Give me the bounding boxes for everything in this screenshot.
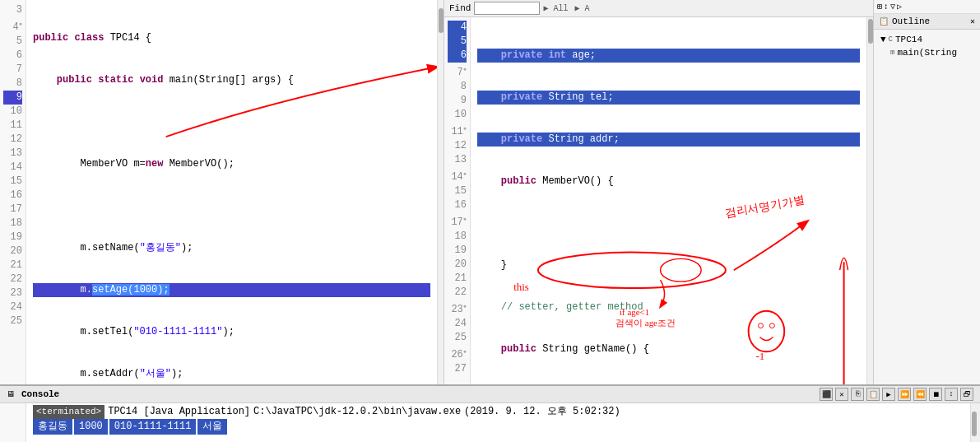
console-btn-7[interactable]: ⏪ <box>913 388 927 401</box>
line-num-r26: 26● <box>448 345 467 362</box>
rcode-line-10: // setter, getter method <box>477 300 860 314</box>
svg-point-6 <box>769 323 774 328</box>
line-num-r23: 23● <box>448 300 467 317</box>
line-num-r11: 11● <box>448 122 467 139</box>
line-num-r24: 24 <box>448 317 467 331</box>
line-num: 22 <box>3 272 22 286</box>
line-num-r10: 10 <box>448 108 467 122</box>
outline-toolbar: ⊞ ↕ ▽ ▷ <box>874 0 980 14</box>
line-num-r21: 21 <box>448 272 467 286</box>
left-scroll-thumb[interactable] <box>439 8 444 33</box>
right-line-numbers: 4 5 6 7● 8 9 10 11● 12 13 14● 15 16 17● … <box>444 17 471 384</box>
line-num: 9 <box>3 91 22 105</box>
line-num-r14: 14● <box>448 167 467 184</box>
code-line-7 <box>33 199 430 213</box>
console-area: 🖥 Console ⬛ ✕ ⎘ 📋 ▶ ⏩ ⏪ ⏹ ↕ 🗗 <box>0 384 980 442</box>
outline-method-label: main(String <box>897 48 957 58</box>
right-scrollbar[interactable] <box>866 17 873 384</box>
line-num: 15 <box>3 174 22 188</box>
left-code-area: 3 4● 5 6 7 8 9 10 11 12 13 14 15 16 17 1… <box>0 0 444 384</box>
find-all-button[interactable]: ▶ All <box>543 3 568 13</box>
console-scrollbar[interactable] <box>970 403 980 442</box>
code-line-9: m.setAge(1000); <box>33 283 430 297</box>
console-scroll-thumb[interactable] <box>972 412 977 436</box>
console-btn-9[interactable]: ↕ <box>945 388 958 401</box>
console-btn-6[interactable]: ⏩ <box>898 388 911 401</box>
console-btn-10[interactable]: 🗗 <box>960 388 973 401</box>
outline-icon: 📋 <box>879 16 889 26</box>
line-num: 17 <box>3 202 22 216</box>
rcode-line-4: private int age; <box>477 49 860 63</box>
rcode-line-5: private String tel; <box>477 91 860 105</box>
line-num-r19: 19 <box>448 244 467 258</box>
outline-item-main[interactable]: m main(String <box>877 46 977 59</box>
console-btn-2[interactable]: ✕ <box>835 388 848 401</box>
line-num: 13 <box>3 147 22 161</box>
line-num: 3 <box>3 3 22 17</box>
line-num-r6: 6 <box>448 49 467 63</box>
line-num: 5 <box>3 35 22 49</box>
outline-toolbar-icon3[interactable]: ▽ <box>890 2 895 12</box>
rcode-line-7: public MemberVO() { <box>477 174 860 188</box>
line-num-r27: 27 <box>448 362 467 376</box>
outline-class-icon: C <box>889 35 893 44</box>
line-num: 24 <box>3 300 22 314</box>
line-num-r20: 20 <box>448 258 467 272</box>
console-output-col1: 홍길동 <box>33 419 72 435</box>
code-line-11: m.setAddr("서울"); <box>33 367 430 381</box>
rcode-line-6: private String addr; <box>477 133 860 147</box>
outline-method-icon: m <box>890 49 894 57</box>
console-tab-label[interactable]: Console <box>21 389 59 399</box>
line-num: 8 <box>3 77 22 91</box>
console-text: <terminated> TPC14 [Java Application] C:… <box>26 403 970 442</box>
console-jdk-path: C:\JavaTPC\jdk-12.0.2\bin\javaw.exe <box>253 405 461 419</box>
outline-close-icon[interactable]: ✕ <box>970 16 975 26</box>
line-num: 20 <box>3 244 22 258</box>
line-num-r16: 16 <box>448 198 467 212</box>
rcode-line-8 <box>477 216 860 230</box>
outline-content: ▼ C TPC14 m main(String <box>874 30 980 384</box>
find-input[interactable] <box>474 2 540 15</box>
code-line-6: MemberVO m=new MemberVO(); <box>33 157 430 171</box>
outline-item-tpc14[interactable]: ▼ C TPC14 <box>877 33 977 46</box>
rcode-line-11: public String getName() { <box>477 342 860 356</box>
line-num: 16 <box>3 188 22 202</box>
outline-toolbar-icon4[interactable]: ▷ <box>897 2 902 12</box>
line-num: 14 <box>3 161 22 174</box>
find-a-button[interactable]: ▶ A <box>574 3 589 13</box>
console-btn-1[interactable]: ⬛ <box>820 388 833 401</box>
outline-panel: ⊞ ↕ ▽ ▷ 📋 Outline ✕ ▼ C TPC14 m main(Str… <box>873 0 980 384</box>
outline-toolbar-icon1[interactable]: ⊞ <box>877 2 882 12</box>
line-num: 19 <box>3 230 22 244</box>
left-code-content[interactable]: public class TPC14 { public static void … <box>26 0 437 384</box>
console-app-name: TPC14 [Java Application] <box>108 405 250 419</box>
editor-left-pane: 3 4● 5 6 7 8 9 10 11 12 13 14 15 16 17 1… <box>0 0 444 384</box>
console-content: <terminated> TPC14 [Java Application] C:… <box>0 403 980 442</box>
left-scrollbar[interactable] <box>437 0 444 384</box>
right-annotation-svg: 검리서명기가별 this -1 if ag <box>471 17 866 384</box>
line-num-r17: 17● <box>448 212 467 230</box>
line-num-r4: 4 <box>448 21 467 35</box>
console-btn-3[interactable]: ⎘ <box>851 388 864 401</box>
left-line-numbers: 3 4● 5 6 7 8 9 10 11 12 13 14 15 16 17 1… <box>0 0 26 384</box>
line-num-r7: 7● <box>448 63 467 80</box>
outline-toolbar-icon2[interactable]: ↕ <box>884 2 889 12</box>
find-bar: Find ▶ All ▶ A <box>444 0 873 17</box>
console-toolbar: ⬛ ✕ ⎘ 📋 ▶ ⏩ ⏪ ⏹ ↕ 🗗 <box>820 388 973 401</box>
console-output-col3: 010-1111-1111 <box>109 419 197 435</box>
code-line-10: m.setTel("010-1111-1111"); <box>33 325 430 339</box>
rcode-line-9: } <box>477 258 860 272</box>
console-btn-5[interactable]: ▶ <box>882 388 895 401</box>
console-btn-4[interactable]: 📋 <box>866 388 880 401</box>
main-container: 3 4● 5 6 7 8 9 10 11 12 13 14 15 16 17 1… <box>0 0 980 442</box>
console-terminated-tag: <terminated> <box>33 405 105 419</box>
console-header: 🖥 Console ⬛ ✕ ⎘ 📋 ▶ ⏩ ⏪ ⏹ ↕ 🗗 <box>0 386 980 403</box>
line-num: 21 <box>3 258 22 272</box>
console-btn-8[interactable]: ⏹ <box>929 388 942 401</box>
right-scroll-thumb[interactable] <box>868 19 873 44</box>
right-code-content[interactable]: private int age; private String tel; pri… <box>471 17 866 384</box>
line-num: 12 <box>3 133 22 147</box>
editor-right-pane: Find ▶ All ▶ A 4 5 6 7● 8 9 10 11● 12 13… <box>444 0 873 384</box>
line-num: 25 <box>3 314 22 328</box>
line-num-r18: 18 <box>448 230 467 244</box>
